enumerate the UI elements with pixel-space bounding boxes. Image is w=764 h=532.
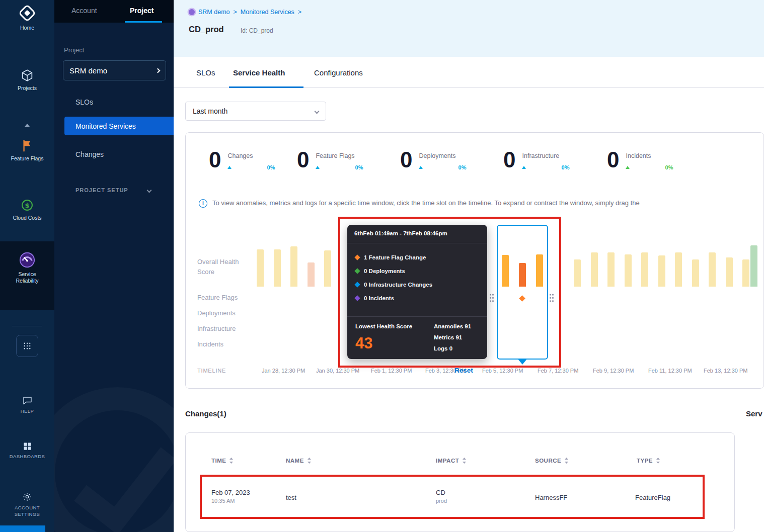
stat-label: Incidents	[626, 152, 651, 159]
tooltip-item-label: 0 Incidents	[364, 295, 394, 301]
feature-flag-diamond-icon	[354, 254, 360, 260]
nav-help[interactable]: HELP	[0, 395, 54, 414]
stat-percent: 0%	[562, 164, 570, 170]
time-range-select[interactable]: Last month	[185, 102, 326, 121]
column-header-type[interactable]: TYPE	[637, 458, 660, 464]
table-row-type-cell[interactable]: FeatureFlag	[635, 494, 670, 501]
timeline-bar[interactable]	[625, 254, 632, 287]
timeline-bar[interactable]	[308, 262, 315, 287]
timeline-bar[interactable]	[274, 249, 281, 287]
breadcrumb-separator: >	[234, 9, 237, 16]
sort-icon	[564, 458, 569, 464]
breadcrumb-project[interactable]: SRM demo	[198, 9, 230, 16]
sort-icon	[462, 458, 467, 464]
bottom-accent-bar	[0, 525, 45, 532]
tab-active-underline	[125, 21, 162, 23]
caret-up-icon	[25, 124, 30, 127]
timeline-bar[interactable]	[709, 252, 716, 287]
nav-home[interactable]: Home	[0, 4, 54, 31]
trend-up-icon	[626, 166, 630, 169]
chevron-down-icon	[315, 109, 320, 114]
dollar-coin-icon: $	[20, 198, 34, 212]
nav-dashboards[interactable]: DASHBOARDS	[0, 441, 54, 459]
column-header-time[interactable]: TIME	[211, 458, 234, 464]
stat-value: 0	[400, 149, 412, 171]
row-label-incidents: Incidents	[197, 340, 223, 348]
timeline-bar[interactable]	[591, 252, 598, 287]
table-row-name-cell[interactable]: test	[286, 494, 296, 501]
column-header-name[interactable]: NAME	[286, 458, 312, 464]
module-picker-button[interactable]	[0, 335, 54, 357]
breadcrumb-monitored-services[interactable]: Monitored Services	[241, 9, 294, 16]
changes-heading: Changes(1)	[185, 409, 226, 418]
tab-configurations[interactable]: Configurations	[314, 57, 363, 88]
project-selector-value: SRM demo	[69, 66, 107, 75]
stat-value: 0	[607, 149, 619, 171]
nav-account-settings[interactable]: ACCOUNT SETTINGS	[0, 492, 54, 517]
time-window-tooltip: 6thFeb 01:49am - 7thFeb 08:46pm 1 Featur…	[347, 225, 487, 359]
timeline-bar[interactable]	[641, 252, 648, 287]
sidebar-item-slos[interactable]: SLOs	[54, 93, 174, 111]
timeline-bar[interactable]	[675, 252, 682, 287]
row-label-feature-flags: Feature Flags	[197, 294, 238, 301]
tooltip-metrics: Metrics 91	[434, 334, 462, 340]
incidents-diamond-icon	[354, 295, 360, 301]
stat-label: Feature Flags	[316, 152, 354, 159]
page-id-label: Id: CD_prod	[241, 27, 273, 34]
change-impact: CD	[436, 489, 447, 496]
sidebar-item-monitored-services[interactable]: Monitored Services	[64, 117, 174, 135]
tooltip-item-label: 1 Feature Flag Change	[364, 254, 426, 260]
timeline-tick-label: Feb 1, 12:30 PM	[371, 367, 415, 375]
window-drag-handle-right[interactable]	[549, 293, 554, 303]
change-time-detail: 10:35 AM	[211, 498, 250, 504]
cube-icon	[20, 68, 34, 82]
column-header-impact[interactable]: IMPACT	[436, 458, 467, 464]
timeline-tick-label: Jan 28, 12:30 PM	[262, 367, 306, 375]
timeline-bar[interactable]	[726, 257, 733, 287]
lowest-health-score-value: 43	[355, 334, 372, 352]
chat-bubble-icon	[22, 395, 33, 406]
time-range-value: Last month	[193, 107, 227, 115]
nav-cloud-costs[interactable]: $ Cloud Costs	[0, 198, 54, 221]
table-row-impact-cell[interactable]: CD prod	[436, 489, 447, 504]
table-row-time-cell[interactable]: Feb 07, 2023 10:35 AM	[211, 489, 250, 504]
nav-feature-flags-label: Feature Flags	[11, 155, 44, 161]
timeline-bar[interactable]	[257, 249, 264, 287]
project-setup-toggle[interactable]: PROJECT SETUP	[75, 187, 151, 193]
sidebar-item-changes[interactable]: Changes	[54, 145, 174, 163]
service-tabs-bar: SLOs Service Health Configurations	[174, 57, 764, 88]
project-setup-label: PROJECT SETUP	[75, 187, 128, 193]
tab-slos[interactable]: SLOs	[196, 57, 215, 88]
nav-projects[interactable]: Projects	[0, 68, 54, 91]
reset-link[interactable]: Reset	[454, 367, 473, 374]
timeline-bar[interactable]	[607, 252, 615, 287]
sort-icon	[307, 458, 312, 464]
timeline-hint: i To view anomalies, metrics and logs fo…	[199, 199, 760, 208]
chevron-down-icon	[146, 188, 151, 193]
nav-service-reliability[interactable]: Service Reliability	[0, 241, 54, 310]
module-scroll-up[interactable]	[0, 124, 54, 127]
window-drag-handle-left[interactable]	[489, 293, 494, 303]
table-row-source-cell[interactable]: HarnessFF	[535, 494, 567, 501]
timeline-bar[interactable]	[290, 246, 297, 287]
tab-account[interactable]: Account	[71, 7, 97, 15]
clipped-right-heading: Serv	[746, 409, 762, 418]
tab-service-health[interactable]: Service Health	[233, 57, 285, 88]
timeline-bar[interactable]	[742, 259, 749, 287]
nav-service-reliability-label: Service Reliability	[9, 271, 45, 284]
stat-label: Changes	[227, 152, 253, 159]
project-selector[interactable]: SRM demo	[63, 60, 166, 80]
timeline-bar[interactable]	[750, 245, 757, 287]
timeline-bar[interactable]	[692, 259, 699, 287]
selection-pointer-icon	[518, 359, 527, 365]
timeline-bar[interactable]	[658, 255, 665, 287]
nav-feature-flags[interactable]: Feature Flags	[0, 139, 54, 161]
timeline-bar[interactable]	[324, 250, 331, 287]
tooltip-title: 6thFeb 01:49am - 7thFeb 08:46pm	[354, 230, 447, 236]
selected-time-window[interactable]	[497, 225, 548, 360]
timeline-bar[interactable]	[574, 259, 581, 287]
stat-percent: 0%	[459, 164, 467, 170]
column-header-source[interactable]: SOURCE	[535, 458, 569, 464]
info-icon: i	[199, 199, 207, 208]
tab-project[interactable]: Project	[130, 7, 154, 15]
